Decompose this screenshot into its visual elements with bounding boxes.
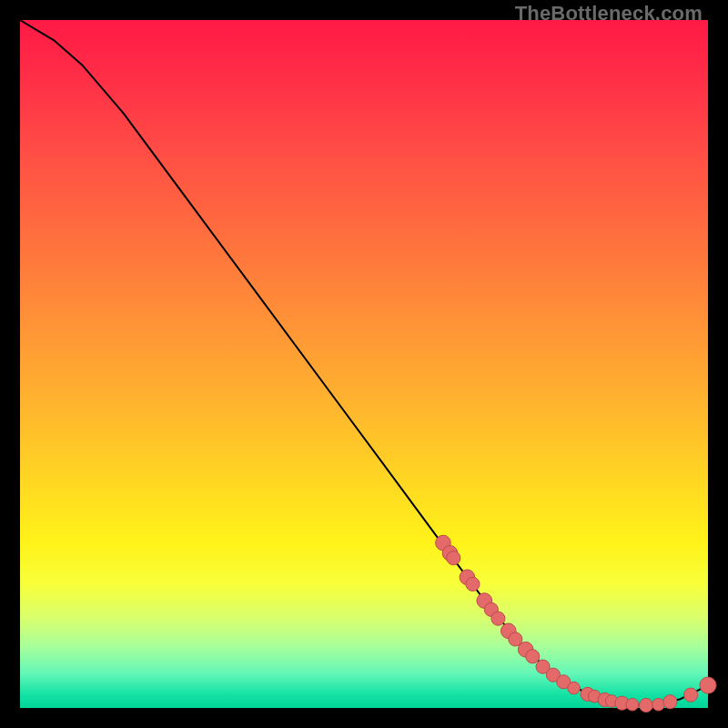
- chart-stage: TheBottleneck.com: [0, 0, 728, 728]
- curve-marker: [684, 688, 698, 702]
- curve-marker: [568, 682, 581, 694]
- curve-markers: [436, 535, 716, 712]
- curve-marker: [663, 695, 677, 709]
- curve-marker: [447, 551, 460, 565]
- curve-marker: [626, 698, 639, 711]
- curve-marker: [700, 677, 716, 693]
- curve-marker: [639, 698, 652, 712]
- curve-marker: [652, 698, 665, 711]
- curve-marker: [526, 650, 540, 663]
- curve-marker: [466, 577, 480, 591]
- curve-marker: [491, 612, 505, 625]
- chart-overlay: [20, 20, 708, 708]
- curve-line: [20, 20, 708, 705]
